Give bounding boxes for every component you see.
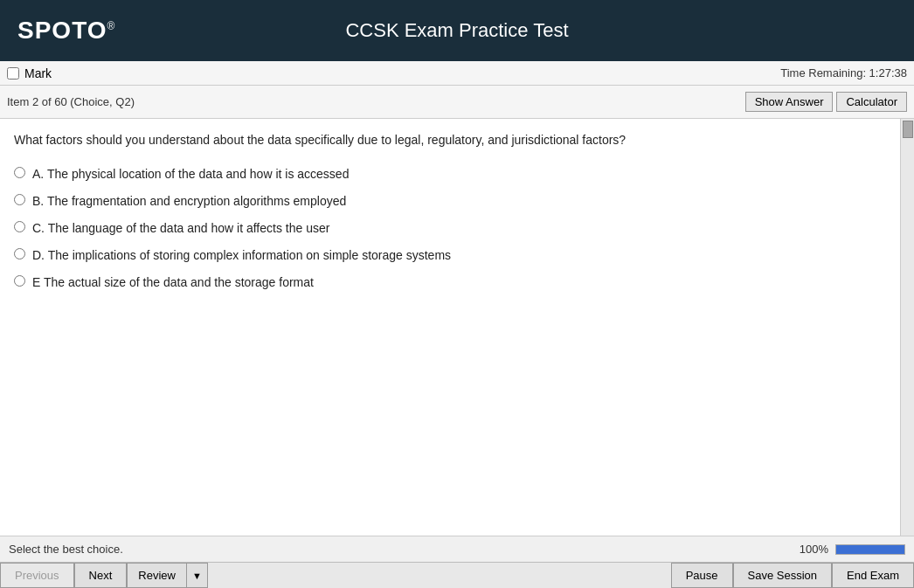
answer-option-a: A. The physical location of the data and… (14, 165, 886, 183)
mark-left: Mark (7, 66, 52, 80)
choice-text-a: The physical location of the data and ho… (47, 167, 350, 181)
radio-a[interactable] (14, 167, 25, 178)
status-instruction: Select the best choice. (9, 543, 123, 556)
answer-choices: A. The physical location of the data and… (14, 165, 886, 292)
choice-letter-e: E (32, 275, 44, 289)
item-number: Item 2 of 60 (7, 95, 67, 108)
question-text: What factors should you understand about… (14, 131, 886, 149)
scrollbar-area[interactable] (900, 119, 914, 536)
choice-label-b[interactable]: B. The fragmentation and encryption algo… (32, 192, 346, 211)
choice-letter-d: D. (32, 248, 48, 262)
choice-text-c: The language of the data and how it affe… (48, 221, 330, 235)
answer-option-c: C. The language of the data and how it a… (14, 219, 886, 238)
mark-checkbox[interactable] (7, 67, 19, 80)
calculator-button[interactable]: Calculator (836, 92, 907, 112)
progress-area: 100% (800, 543, 905, 556)
time-remaining: Time Remaining: 1:27:38 (780, 66, 907, 80)
save-session-button[interactable]: Save Session (733, 563, 833, 588)
left-nav-buttons: Previous Next Review ▼ (0, 563, 208, 588)
item-meta: (Choice, Q2) (70, 95, 135, 108)
progress-bar-background (835, 544, 905, 555)
choice-text-e: The actual size of the data and the stor… (44, 275, 314, 289)
app-title: CCSK Exam Practice Test (345, 19, 568, 42)
radio-d[interactable] (14, 248, 25, 259)
item-buttons: Show Answer Calculator (745, 92, 907, 112)
show-answer-button[interactable]: Show Answer (745, 92, 834, 112)
end-exam-button[interactable]: End Exam (832, 563, 914, 588)
app-logo: SPOTO® (17, 17, 115, 45)
radio-e[interactable] (14, 275, 25, 287)
choice-letter-b: B. (32, 194, 47, 208)
choice-text-b: The fragmentation and encryption algorit… (47, 194, 346, 208)
choice-letter-c: C. (32, 221, 48, 235)
radio-b[interactable] (14, 194, 25, 205)
content-wrapper: What factors should you understand about… (0, 119, 914, 536)
mark-bar: Mark Time Remaining: 1:27:38 (0, 61, 914, 86)
answer-option-b: B. The fragmentation and encryption algo… (14, 192, 886, 211)
main-content: What factors should you understand about… (0, 119, 900, 536)
progress-bar-fill (836, 545, 904, 554)
choice-text-d: The implications of storing complex info… (48, 248, 451, 262)
choice-label-e[interactable]: E The actual size of the data and the st… (32, 273, 314, 292)
previous-button[interactable]: Previous (0, 563, 74, 588)
next-button[interactable]: Next (74, 563, 128, 588)
review-wrapper: Review ▼ (127, 563, 208, 588)
mark-label: Mark (24, 66, 52, 80)
progress-percent: 100% (800, 543, 828, 556)
choice-letter-a: A. (32, 167, 47, 181)
choice-label-a[interactable]: A. The physical location of the data and… (32, 165, 349, 183)
status-bar: Select the best choice. 100% (0, 536, 914, 562)
answer-option-d: D. The implications of storing complex i… (14, 246, 886, 265)
radio-c[interactable] (14, 221, 25, 232)
app-header: SPOTO® CCSK Exam Practice Test (0, 0, 914, 61)
right-nav-buttons: Pause Save Session End Exam (671, 563, 914, 588)
review-dropdown-arrow[interactable]: ▼ (186, 563, 208, 588)
choice-label-c[interactable]: C. The language of the data and how it a… (32, 219, 329, 238)
answer-option-e: E The actual size of the data and the st… (14, 273, 886, 292)
scrollbar-thumb (903, 121, 913, 138)
review-button[interactable]: Review (127, 563, 186, 588)
pause-button[interactable]: Pause (671, 563, 733, 588)
choice-label-d[interactable]: D. The implications of storing complex i… (32, 246, 451, 265)
item-info: Item 2 of 60 (Choice, Q2) (7, 95, 135, 108)
item-bar: Item 2 of 60 (Choice, Q2) Show Answer Ca… (0, 86, 914, 119)
bottom-nav: Previous Next Review ▼ Pause Save Sessio… (0, 562, 914, 588)
